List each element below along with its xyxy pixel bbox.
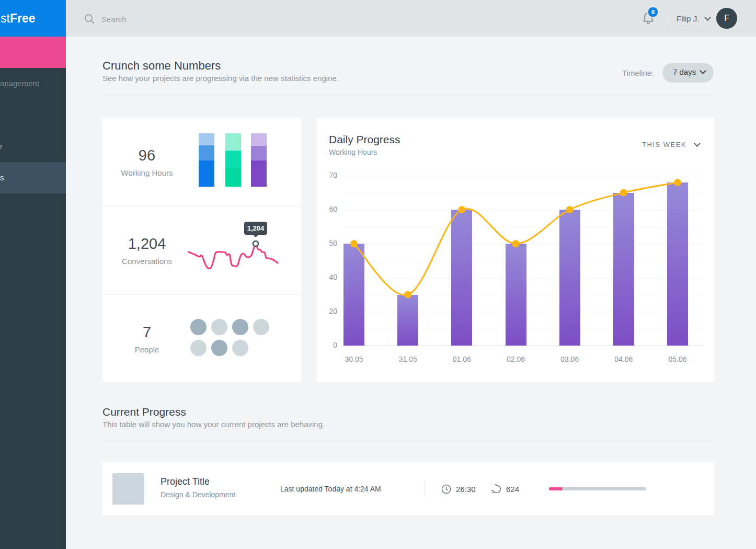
page-title: Crunch some Numbers [102, 59, 221, 73]
timeline-value: 7 days [673, 67, 696, 76]
section-divider [102, 441, 714, 441]
time-spent: 26:30 [456, 485, 476, 494]
project-category-link[interactable]: Design & Development [161, 490, 235, 499]
topbar-divider [668, 9, 668, 28]
x-axis: 30.0531.0501.0602.0603.0604.0605.06 [342, 355, 703, 365]
search-icon[interactable] [84, 13, 95, 27]
comment-count: 624 [506, 485, 519, 494]
data-point [458, 206, 465, 213]
timeline-select[interactable]: 7 days [662, 63, 714, 83]
x-axis-tick: 02.06 [507, 355, 525, 363]
conversations-label: Conversations [113, 257, 181, 266]
progress-bar-fill [549, 487, 563, 490]
daily-progress-subtitle: Working Hours [329, 148, 377, 156]
stats-card: 96 Working Hours 1,204 Conversations 1,2… [102, 118, 301, 382]
data-point [620, 189, 627, 197]
x-axis-tick: 05.06 [668, 355, 686, 363]
current-progress-title: Current Progress [102, 406, 186, 418]
daily-progress-line [342, 176, 703, 346]
person-dot [211, 319, 227, 335]
project-row[interactable]: Project Title Design & Development Last … [102, 462, 714, 516]
notification-badge: 8 [647, 6, 659, 18]
y-axis-tick: 60 [316, 205, 337, 213]
logo-text-bold: Free [10, 12, 36, 25]
y-axis-tick: 50 [316, 239, 337, 247]
user-name: Filip J. [677, 14, 699, 23]
conversations-sparkline [188, 238, 278, 270]
person-dot [190, 340, 207, 356]
app-root: stFree anagement r s 8 Filip J. F Crunch… [0, 0, 756, 549]
range-select[interactable]: THIS WEEK [642, 141, 700, 148]
sparkline-tooltip: 1,204 [244, 222, 267, 235]
person-dot [232, 340, 248, 356]
bar-segment [225, 168, 241, 187]
row-divider [425, 481, 425, 497]
logo-text-light: st [1, 12, 10, 25]
person-dot [211, 340, 227, 356]
sidebar: stFree anagement r s [0, 0, 66, 549]
x-axis-tick: 30.05 [345, 355, 363, 363]
y-axis-tick: 20 [316, 307, 337, 315]
daily-progress-title: Daily Progress [329, 133, 400, 146]
bar-segment [251, 133, 267, 146]
bar-segment [199, 161, 214, 187]
bar-segment [251, 161, 267, 187]
range-value: THIS WEEK [642, 141, 686, 148]
daily-progress-plot [342, 176, 703, 346]
highlighted-point [253, 241, 258, 246]
x-axis-tick: 01.06 [453, 355, 471, 363]
y-axis: 02040506070 [316, 176, 337, 346]
y-axis-tick: 40 [316, 273, 337, 281]
working-hours-mini-chart [199, 133, 267, 187]
chevron-down-icon [694, 140, 701, 147]
progress-bar [549, 487, 646, 490]
working-hours-label: Working Hours [113, 168, 181, 177]
sidebar-accent-block [0, 37, 66, 68]
daily-progress-card: Daily Progress Working Hours THIS WEEK 0… [316, 118, 714, 382]
bar-segment [225, 151, 241, 168]
person-dot [253, 319, 269, 335]
user-menu[interactable]: Filip J. F [677, 0, 737, 37]
project-thumbnail [112, 473, 144, 505]
working-hours-value: 96 [113, 147, 181, 164]
comment-icon [491, 484, 501, 496]
current-progress-subtitle: This table will show you how your curren… [102, 420, 325, 429]
project-title: Project Title [161, 476, 210, 487]
data-point [512, 240, 520, 247]
bar-segment [225, 133, 241, 151]
bar-segment [199, 133, 214, 145]
stat-working-hours: 96 Working Hours [102, 118, 301, 206]
people-value: 7 [113, 324, 181, 341]
sidebar-section-label: anagement [0, 79, 39, 88]
stacked-bar [199, 133, 214, 187]
bar-segment [251, 146, 267, 161]
person-dot [190, 319, 207, 335]
page-subtitle: See how your projects are progressing vi… [102, 74, 339, 83]
avatar[interactable]: F [716, 8, 737, 29]
bar-segment [199, 145, 214, 161]
header-divider [102, 95, 714, 95]
y-axis-tick: 0 [316, 341, 337, 349]
clock-icon [441, 484, 451, 496]
stacked-bar [251, 133, 267, 187]
sidebar-item-active[interactable]: s [0, 162, 66, 193]
x-axis-tick: 03.06 [560, 355, 579, 363]
data-point [566, 206, 574, 213]
chevron-down-icon [704, 14, 711, 21]
people-dots [190, 319, 274, 361]
timeline-label: Timeline: [622, 68, 654, 77]
search-input[interactable] [100, 10, 322, 27]
sidebar-item[interactable]: r [0, 142, 3, 151]
data-point [350, 240, 358, 247]
people-label: People [113, 345, 181, 354]
data-point [674, 179, 681, 186]
chevron-down-icon [700, 67, 706, 74]
stat-conversations: 1,204 Conversations 1,204 [102, 206, 301, 294]
x-axis-tick: 31.05 [399, 355, 417, 363]
data-point [404, 291, 411, 299]
x-axis-tick: 04.06 [614, 355, 633, 363]
topbar: 8 Filip J. F [66, 0, 756, 37]
person-dot [232, 319, 248, 335]
logo[interactable]: stFree [0, 0, 66, 37]
stat-people: 7 People [102, 294, 301, 383]
